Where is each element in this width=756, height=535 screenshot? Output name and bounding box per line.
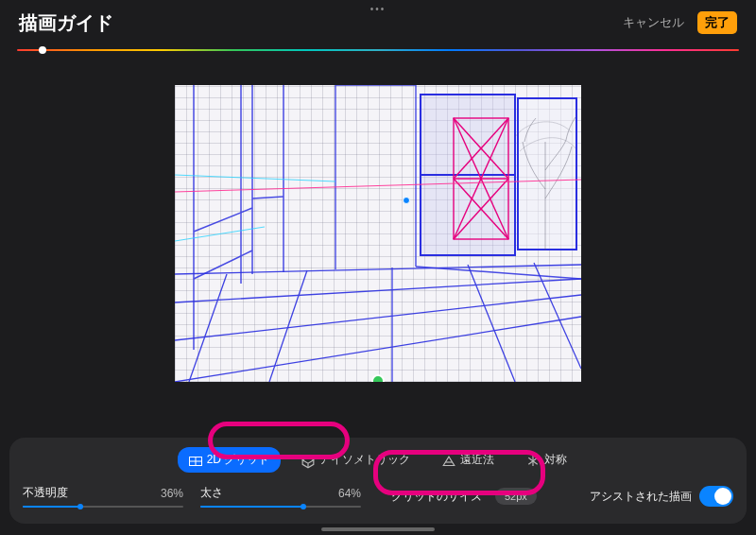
guide-mode-tabs: 2D グリッド アイソメトリック 遠近法 対称 bbox=[23, 447, 733, 473]
thickness-control: 太さ 64% bbox=[200, 485, 361, 508]
tab-isometric-label: アイソメトリック bbox=[319, 452, 410, 468]
perspective-icon bbox=[442, 456, 455, 465]
grid-origin-handle[interactable] bbox=[403, 197, 410, 204]
opacity-slider[interactable] bbox=[23, 506, 183, 508]
sketch-overlay bbox=[175, 85, 581, 382]
tab-perspective-label: 遠近法 bbox=[460, 452, 494, 468]
more-ellipsis[interactable]: ••• bbox=[370, 4, 387, 14]
page-title: 描画ガイド bbox=[19, 10, 113, 36]
svg-rect-1 bbox=[518, 98, 576, 250]
thickness-value: 64% bbox=[338, 487, 361, 500]
tab-2d-grid[interactable]: 2D グリッド bbox=[178, 447, 282, 473]
bottom-panel: 2D グリッド アイソメトリック 遠近法 対称 不透明度 36% bbox=[9, 438, 747, 524]
grid-size-label: グリッドのサイズ bbox=[391, 489, 482, 505]
canvas-area bbox=[0, 85, 756, 382]
cube-icon bbox=[301, 456, 315, 465]
hue-slider[interactable] bbox=[17, 49, 739, 51]
hue-slider-handle[interactable] bbox=[39, 46, 46, 54]
opacity-label: 不透明度 bbox=[23, 485, 68, 501]
tab-symmetry-label: 対称 bbox=[544, 452, 567, 468]
tab-2d-grid-label: 2D グリッド bbox=[207, 452, 270, 468]
assisted-drawing-control: アシストされた描画 bbox=[590, 486, 733, 507]
grid-size-control[interactable]: グリッドのサイズ 52px bbox=[378, 482, 550, 510]
home-indicator[interactable] bbox=[321, 527, 435, 531]
assisted-label: アシストされた描画 bbox=[590, 489, 692, 505]
assisted-toggle[interactable] bbox=[699, 486, 733, 507]
header-actions: キャンセル 完了 bbox=[623, 11, 737, 34]
symmetry-icon bbox=[526, 456, 540, 465]
thickness-slider-knob[interactable] bbox=[301, 504, 306, 509]
tab-symmetry[interactable]: 対称 bbox=[515, 447, 578, 473]
done-button[interactable]: 完了 bbox=[697, 11, 737, 34]
grid-icon bbox=[189, 456, 202, 465]
canvas-preview[interactable] bbox=[175, 85, 581, 382]
tab-perspective[interactable]: 遠近法 bbox=[431, 447, 506, 473]
opacity-slider-knob[interactable] bbox=[77, 504, 83, 509]
grid-size-value[interactable]: 52px bbox=[495, 488, 537, 505]
thickness-slider[interactable] bbox=[200, 506, 361, 508]
opacity-control: 不透明度 36% bbox=[23, 485, 183, 508]
controls-row: 不透明度 36% 太さ 64% グリッドのサイズ 52px アシストされた描画 bbox=[23, 482, 733, 510]
tab-isometric[interactable]: アイソメトリック bbox=[290, 447, 421, 473]
opacity-value: 36% bbox=[161, 487, 183, 500]
cancel-button[interactable]: キャンセル bbox=[623, 14, 684, 31]
thickness-label: 太さ bbox=[200, 485, 223, 501]
